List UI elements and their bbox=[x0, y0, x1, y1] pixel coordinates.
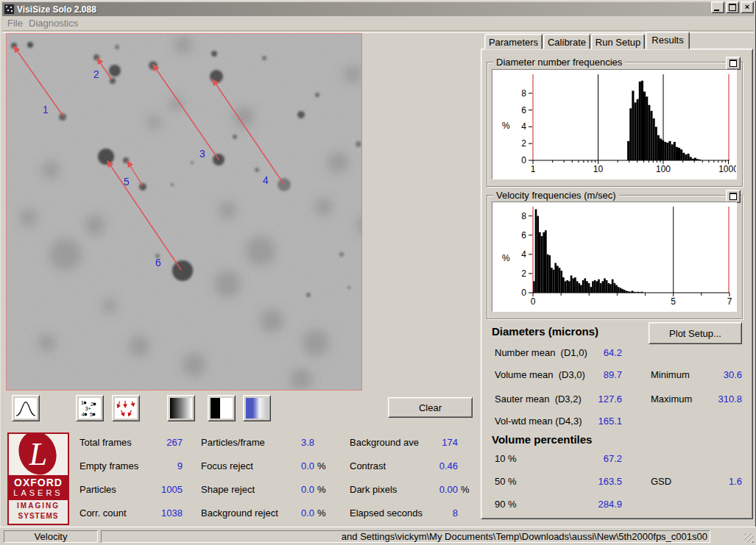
status-bar: Velocity and Settings\vickym\My Document… bbox=[0, 527, 756, 545]
logo-oxford: OXFORD bbox=[7, 477, 69, 488]
diameter-row-value: 89.7 bbox=[570, 369, 622, 380]
diameter-plot-expand-button[interactable] bbox=[726, 57, 741, 70]
track-number-2: 2 bbox=[93, 68, 99, 80]
percentiles-heading: Volume percentiles bbox=[492, 433, 592, 446]
stat-value: 3.8 bbox=[250, 437, 314, 448]
stat-unit: % bbox=[317, 460, 326, 471]
stat-unit: % bbox=[461, 484, 470, 495]
svg-text:1: 1 bbox=[531, 164, 536, 174]
maximum-value: 310.8 bbox=[685, 393, 742, 405]
logo-monogram-panel: L bbox=[9, 434, 68, 475]
gsd-value: 1.6 bbox=[685, 476, 742, 487]
diameter-frequencies-title: Diameter number frequencies bbox=[493, 57, 625, 68]
diameter-row-value: 127.6 bbox=[570, 393, 622, 405]
svg-text:5: 5 bbox=[90, 411, 93, 418]
minimize-button[interactable] bbox=[711, 1, 724, 13]
status-file-path: and Settings\vickym\My Documents\Temp\Do… bbox=[101, 530, 710, 543]
svg-text:8: 8 bbox=[521, 88, 526, 99]
svg-text:%: % bbox=[502, 253, 510, 263]
stat-value: 174 bbox=[398, 437, 458, 448]
logo-bottom-panel: IMAGING SYSTEMS bbox=[9, 500, 68, 524]
svg-text:100: 100 bbox=[656, 164, 671, 174]
track-number-1: 1 bbox=[43, 104, 49, 115]
svg-text:0: 0 bbox=[531, 296, 536, 307]
colorized-view-button[interactable] bbox=[243, 395, 271, 421]
stat-value: 267 bbox=[118, 437, 183, 448]
stat-label: Focus reject bbox=[201, 460, 253, 471]
status-mode: Velocity bbox=[4, 530, 98, 543]
percentile-row-value: 67.2 bbox=[570, 453, 622, 464]
tab-run-setup[interactable]: Run Setup bbox=[591, 34, 645, 49]
svg-text:6: 6 bbox=[521, 230, 526, 241]
camera-image-frame: 123456 bbox=[6, 33, 362, 391]
threshold-view-button[interactable] bbox=[208, 395, 236, 421]
clear-button[interactable]: Clear bbox=[388, 397, 473, 418]
app-icon bbox=[4, 4, 14, 14]
size-distribution-button[interactable] bbox=[12, 395, 40, 421]
stat-value: 0.0 bbox=[250, 507, 314, 519]
diameters-heading: Diameters (microns) bbox=[492, 325, 598, 338]
percentile-row-value: 284.9 bbox=[570, 499, 622, 510]
velocity-vectors-button[interactable] bbox=[112, 395, 140, 421]
stat-value: 0.0 bbox=[250, 484, 314, 495]
svg-text:2: 2 bbox=[521, 138, 526, 149]
svg-text:1: 1 bbox=[81, 399, 84, 406]
svg-text:4: 4 bbox=[82, 411, 85, 418]
svg-text:8: 8 bbox=[521, 211, 526, 221]
stat-value: 1038 bbox=[118, 507, 183, 519]
diameter-row-value: 64.2 bbox=[570, 347, 622, 358]
diameter-row-label: Vol-wtd mean (D4,3) bbox=[495, 416, 582, 427]
stat-label: Contrast bbox=[350, 460, 386, 471]
svg-text:0: 0 bbox=[521, 155, 526, 165]
percentile-row-label: 50 % bbox=[495, 476, 517, 487]
percentile-row-label: 10 % bbox=[495, 453, 517, 464]
svg-text:5: 5 bbox=[671, 296, 676, 307]
stat-label: Shape reject bbox=[201, 484, 255, 495]
minimum-value: 30.6 bbox=[685, 369, 742, 380]
svg-text:0: 0 bbox=[521, 288, 526, 298]
oxford-lasers-logo: L OXFORD LASERS IMAGING SYSTEMS bbox=[7, 432, 69, 525]
resize-grip[interactable] bbox=[744, 533, 754, 543]
close-button[interactable]: × bbox=[741, 1, 754, 13]
svg-text:1000: 1000 bbox=[718, 164, 736, 174]
menu-file[interactable]: File bbox=[7, 18, 23, 29]
track-number-4: 4 bbox=[263, 174, 269, 186]
stat-unit: % bbox=[317, 507, 326, 519]
grayscale-gradient-icon bbox=[170, 398, 192, 418]
minimum-label: Minimum bbox=[651, 369, 690, 380]
svg-text:6: 6 bbox=[521, 105, 526, 115]
black-white-icon bbox=[211, 398, 233, 418]
tab-parameters[interactable]: Parameters bbox=[484, 34, 543, 49]
stat-value: 9 bbox=[118, 460, 183, 471]
title-bar[interactable]: VisiSize Solo 2.088 bbox=[2, 2, 754, 16]
logo-lasers: LASERS bbox=[7, 488, 69, 497]
stat-value: 0.46 bbox=[398, 460, 458, 471]
diameter-histogram[interactable]: 02468%1101001000 bbox=[492, 69, 737, 179]
svg-text:%: % bbox=[502, 121, 510, 131]
particle-image: 123456 bbox=[7, 34, 361, 390]
particle-id-button[interactable]: 123+45 bbox=[76, 395, 104, 421]
track-number-6: 6 bbox=[155, 257, 161, 268]
svg-text:4: 4 bbox=[521, 121, 526, 132]
plot-setup-button[interactable]: Plot Setup... bbox=[649, 322, 742, 344]
velocity-histogram[interactable]: 02468%057 bbox=[492, 202, 737, 312]
blue-gradient-icon bbox=[246, 398, 268, 418]
menu-bar: File Diagnostics bbox=[2, 16, 754, 30]
logo-monogram: L bbox=[9, 435, 68, 473]
tab-results[interactable]: Results bbox=[646, 32, 690, 49]
stat-value: 8 bbox=[398, 507, 458, 519]
tab-calibrate[interactable]: Calibrate bbox=[543, 34, 590, 49]
window-title: VisiSize Solo 2.088 bbox=[17, 4, 96, 15]
percentile-row-label: 90 % bbox=[495, 499, 517, 510]
grayscale-view-button[interactable] bbox=[167, 395, 195, 421]
maximize-button[interactable] bbox=[726, 1, 739, 13]
red-arrows-icon bbox=[115, 398, 137, 418]
stat-unit: % bbox=[317, 484, 326, 495]
stat-value: 1005 bbox=[118, 484, 183, 495]
logo-systems: SYSTEMS bbox=[9, 512, 68, 520]
visisize-window: VisiSize Solo 2.088 × File Diagnostics 1… bbox=[0, 0, 756, 545]
stat-label: Particles bbox=[80, 484, 116, 495]
diameter-row-value: 165.1 bbox=[570, 416, 622, 427]
menu-diagnostics[interactable]: Diagnostics bbox=[29, 18, 78, 29]
svg-text:10: 10 bbox=[593, 164, 604, 174]
